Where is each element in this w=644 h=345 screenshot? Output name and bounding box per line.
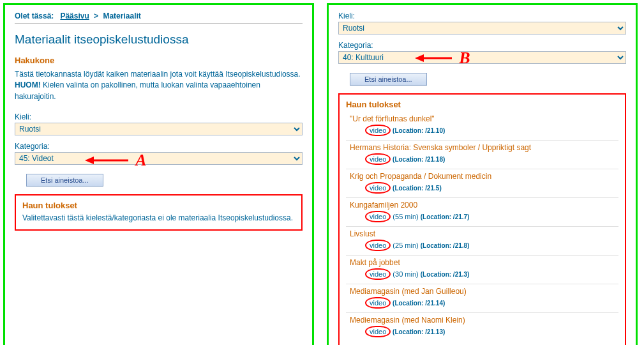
result-title[interactable]: Livslust xyxy=(350,229,618,238)
result-title[interactable]: Kungafamiljen 2000 xyxy=(350,201,618,210)
kieli-label: Kieli: xyxy=(15,112,303,121)
kieli-select-wrap: Ruotsi xyxy=(338,22,626,34)
kategoria-label: Kategoria: xyxy=(15,142,303,151)
kategoria-label: Kategoria: xyxy=(338,41,626,50)
desc-post: Kielen valinta on pakollinen, mutta luok… xyxy=(15,80,260,100)
results-empty-text: Valitettavasti tästä kielestä/kategorias… xyxy=(22,213,295,224)
result-location: (Location: /21.18) xyxy=(391,156,445,163)
results-list: "Ur det förflutnas dunkel"video (Locatio… xyxy=(346,112,618,341)
description-text: Tästä tietokannasta löydät kaiken materi… xyxy=(15,69,303,102)
result-location: (Location: /21.13) xyxy=(391,328,445,335)
result-item: "Ur det förflutnas dunkel"video (Locatio… xyxy=(346,112,618,141)
result-meta: video (55 min) (Location: /21.7) xyxy=(365,211,618,222)
kieli-select[interactable]: Ruotsi xyxy=(338,22,626,34)
results-box: Haun tulokset Valitettavasti tästä kiele… xyxy=(15,194,303,230)
breadcrumb-home-link[interactable]: Pääsivu xyxy=(60,12,89,20)
video-tag: video xyxy=(365,182,391,194)
page-title: Materiaalit itseopiskelustudiossa xyxy=(15,33,303,47)
result-item: Livslustvideo (25 min) (Location: /21.8) xyxy=(346,227,618,256)
breadcrumb-label: Olet tässä: xyxy=(15,12,54,20)
result-location: (Location: /21.3) xyxy=(421,271,470,278)
divider xyxy=(15,23,303,24)
video-tag: video xyxy=(365,268,391,280)
result-duration: (55 min) xyxy=(391,213,420,220)
result-meta: video (Location: /21.18) xyxy=(365,153,618,165)
breadcrumb-sep: > xyxy=(91,12,101,20)
result-title[interactable]: Hermans Historia: Svenska symboler / Upp… xyxy=(350,143,618,152)
result-meta: video (30 min) (Location: /21.3) xyxy=(365,268,618,280)
desc-pre: Tästä tietokannasta löydät kaiken materi… xyxy=(15,70,301,79)
result-title[interactable]: "Ur det förflutnas dunkel" xyxy=(350,114,618,123)
results-heading: Haun tulokset xyxy=(346,100,618,109)
kategoria-select[interactable]: 45: Videot xyxy=(15,152,303,165)
result-location: (Location: /21.14) xyxy=(391,300,445,307)
result-item: Makt på jobbetvideo (30 min) (Location: … xyxy=(346,256,618,284)
video-tag: video xyxy=(365,326,391,337)
result-item: Mediemagasin (med Naomi Klein)video (Loc… xyxy=(346,313,618,341)
video-tag: video xyxy=(365,211,391,222)
kieli-label: Kieli: xyxy=(338,12,626,20)
result-item: Krig och Propaganda / Dokument medicinvi… xyxy=(346,169,618,198)
result-duration: (25 min) xyxy=(391,241,420,249)
right-panel: Kieli: Ruotsi Kategoria: 40: Kulttuuri B… xyxy=(327,3,638,345)
result-item: Kungafamiljen 2000video (55 min) (Locati… xyxy=(346,198,618,227)
result-title[interactable]: Makt på jobbet xyxy=(350,258,618,267)
breadcrumb: Olet tässä: Pääsivu > Materiaalit xyxy=(15,12,303,20)
kieli-select-wrap: Ruotsi xyxy=(15,123,303,135)
page-container: Olet tässä: Pääsivu > Materiaalit Materi… xyxy=(0,0,644,345)
result-location: (Location: /21.5) xyxy=(391,185,441,192)
search-button[interactable]: Etsi aineistoa... xyxy=(350,73,427,86)
result-location: (Location: /21.7) xyxy=(421,213,470,220)
video-tag: video xyxy=(365,153,391,165)
kieli-select[interactable]: Ruotsi xyxy=(15,123,303,135)
results-heading: Haun tulokset xyxy=(22,201,295,210)
kategoria-select[interactable]: 40: Kulttuuri xyxy=(338,51,626,64)
result-location: (Location: /21.10) xyxy=(391,127,445,134)
result-meta: video (25 min) (Location: /21.8) xyxy=(365,240,618,251)
video-tag: video xyxy=(365,125,391,136)
section-heading: Hakukone xyxy=(15,56,303,65)
breadcrumb-current: Materiaalit xyxy=(103,12,140,20)
result-location: (Location: /21.8) xyxy=(421,242,470,249)
result-meta: video (Location: /21.5) xyxy=(365,182,618,194)
result-title[interactable]: Mediemagasin (med Naomi Klein) xyxy=(350,316,618,325)
result-meta: video (Location: /21.14) xyxy=(365,297,618,309)
search-button[interactable]: Etsi aineistoa... xyxy=(26,174,103,187)
results-box: Haun tulokset "Ur det förflutnas dunkel"… xyxy=(338,93,626,345)
result-title[interactable]: Mediamagasin (med Jan Guilleou) xyxy=(350,287,618,296)
left-panel: Olet tässä: Pääsivu > Materiaalit Materi… xyxy=(3,3,314,345)
desc-bold: HUOM! xyxy=(15,80,41,89)
result-duration: (30 min) xyxy=(391,270,420,278)
kategoria-select-wrap: 45: Videot A xyxy=(15,152,303,165)
result-item: Hermans Historia: Svenska symboler / Upp… xyxy=(346,141,618,169)
video-tag: video xyxy=(365,297,391,309)
video-tag: video xyxy=(365,240,391,251)
result-meta: video (Location: /21.13) xyxy=(365,326,618,337)
result-item: Mediamagasin (med Jan Guilleou)video (Lo… xyxy=(346,284,618,313)
result-title[interactable]: Krig och Propaganda / Dokument medicin xyxy=(350,172,618,181)
kategoria-select-wrap: 40: Kulttuuri B xyxy=(338,51,626,64)
result-meta: video (Location: /21.10) xyxy=(365,125,618,136)
